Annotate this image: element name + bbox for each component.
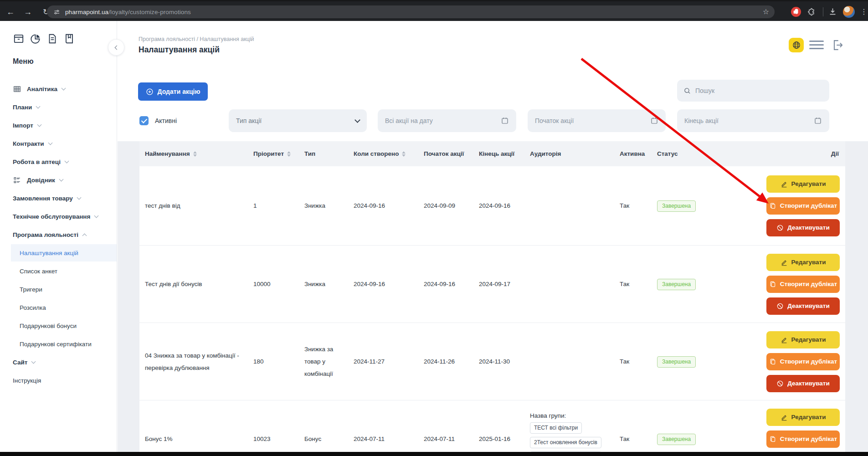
- cell-end: 2025-01-16: [473, 433, 524, 445]
- sidebar-item-top[interactable]: Імпорт: [0, 116, 117, 134]
- date-start-filter[interactable]: Початок акції: [528, 109, 666, 132]
- sidebar-item-label: Аналітика: [27, 86, 57, 92]
- date-all-filter[interactable]: Всі акції на дату: [378, 109, 516, 132]
- adblock-extension-icon[interactable]: [791, 6, 801, 17]
- sidebar-item-top[interactable]: Контракти: [0, 134, 117, 153]
- cell-actions: РедагуватиСтворити дублікатДеактивувати: [756, 254, 845, 315]
- duplicate-button[interactable]: Створити дублікат: [766, 276, 840, 293]
- book-icon[interactable]: [63, 33, 75, 45]
- audience-tag: ТЕСТ всі фільтри: [530, 422, 582, 434]
- sort-icon[interactable]: [402, 151, 406, 157]
- column-header: Кінець акції: [473, 150, 524, 157]
- screen: ← → ↻ pharmapoint.ua/loyalty/customize-p…: [0, 0, 868, 456]
- deactivate-button[interactable]: Деактивувати: [766, 375, 840, 392]
- sidebar-item-sub[interactable]: Подарункові сертифікати: [0, 335, 117, 353]
- sidebar-item-sub[interactable]: Тригери: [0, 280, 117, 298]
- chevron-down-icon: [31, 359, 36, 364]
- chevron-down-icon: [48, 140, 52, 145]
- browser-back-button[interactable]: ←: [4, 6, 17, 18]
- sidebar-item-label: Програма лояльності: [13, 231, 78, 238]
- browser-profile-avatar[interactable]: [843, 6, 855, 18]
- sidebar-item-top[interactable]: Замовлення товару: [0, 189, 117, 207]
- sidebar-item-top[interactable]: Довідник: [0, 171, 117, 189]
- copy-icon: [769, 281, 776, 288]
- sidebar-item-top[interactable]: Робота в аптеці: [0, 153, 117, 171]
- promotion-type-select[interactable]: Тип акції: [229, 109, 367, 132]
- document-icon[interactable]: [46, 33, 58, 45]
- search-field[interactable]: [677, 80, 829, 102]
- duplicate-button[interactable]: Створити дублікат: [766, 353, 840, 370]
- sidebar-item-top[interactable]: Сайт: [0, 353, 117, 371]
- cell-priority: 180: [248, 355, 299, 368]
- edit-button[interactable]: Редагувати: [766, 175, 840, 193]
- sidebar-item-label: Сайт: [13, 359, 27, 366]
- status-badge: Завершена: [657, 200, 696, 212]
- date-end-filter[interactable]: Кінець акції: [677, 109, 829, 132]
- cell-active: Так: [614, 200, 652, 212]
- cell-created: 2024-09-16: [348, 200, 418, 212]
- sort-icon[interactable]: [287, 151, 291, 157]
- audience-group-label: Назва групи:: [530, 412, 609, 420]
- edit-button[interactable]: Редагувати: [766, 254, 840, 271]
- duplicate-button[interactable]: Створити дублікат: [766, 430, 840, 448]
- downloads-icon[interactable]: [828, 7, 837, 18]
- cell-status: Завершена: [652, 355, 756, 368]
- pie-chart-icon[interactable]: [30, 33, 41, 45]
- deactivate-button[interactable]: Деактивувати: [766, 297, 840, 315]
- sidebar-item-sub[interactable]: Налаштування акцій: [0, 244, 117, 262]
- plus-circle-icon: [146, 88, 154, 96]
- status-badge: Завершена: [657, 434, 696, 445]
- hamburger-menu-icon[interactable]: [809, 41, 824, 49]
- sidebar-item-sub[interactable]: Розсилка: [0, 298, 117, 317]
- logout-icon[interactable]: [831, 38, 844, 54]
- bookmark-star-icon[interactable]: ☆: [763, 7, 769, 16]
- deactivate-button[interactable]: Деактивувати: [766, 219, 840, 236]
- search-input[interactable]: [695, 87, 823, 94]
- browser-menu-icon[interactable]: ⋮: [860, 6, 868, 17]
- cell-created: 2024-07-11: [348, 433, 418, 445]
- copy-icon: [769, 358, 776, 365]
- sidebar-item-top[interactable]: Плани: [0, 98, 117, 116]
- chevron-down-icon: [77, 195, 81, 200]
- sidebar-item-label: Інструкція: [13, 377, 41, 384]
- extensions-icon[interactable]: [807, 8, 816, 18]
- table-row: Бонус 1%10023Бонус2024-07-112024-07-1120…: [139, 400, 845, 452]
- duplicate-button[interactable]: Створити дублікат: [766, 197, 840, 215]
- table-header: НайменуванняПріоритетТипКоли створеноПоч…: [139, 141, 845, 166]
- edit-button[interactable]: Редагувати: [766, 331, 840, 348]
- column-header[interactable]: Коли створено: [348, 150, 418, 157]
- active-checkbox-label: Активні: [155, 117, 177, 124]
- sidebar-item-sub[interactable]: Список анкет: [0, 262, 117, 280]
- sidebar-item-top[interactable]: Інструкція: [0, 371, 117, 389]
- sidebar-item-label: Імпорт: [13, 122, 33, 129]
- browser-forward-button[interactable]: →: [21, 6, 35, 18]
- edit-button[interactable]: Редагувати: [766, 409, 840, 426]
- active-checkbox[interactable]: [139, 116, 149, 125]
- cell-end: 2024-09-17: [473, 278, 524, 290]
- site-settings-icon[interactable]: [53, 9, 60, 15]
- add-promotion-button[interactable]: Додати акцію: [138, 82, 208, 101]
- sidebar-item-top[interactable]: Аналітика: [0, 80, 117, 98]
- sort-icon[interactable]: [193, 151, 197, 157]
- archive-icon[interactable]: [13, 33, 25, 45]
- cell-start: 2024-09-16: [418, 278, 473, 290]
- sidebar-item-label: Робота в аптеці: [13, 159, 61, 165]
- sidebar-collapse-button[interactable]: [108, 39, 124, 56]
- search-icon: [683, 87, 691, 95]
- sidebar-item-top[interactable]: Технічне обслуговування: [0, 207, 117, 225]
- language-globe-button[interactable]: [789, 38, 804, 52]
- chevron-down-icon: [37, 122, 41, 127]
- column-header: Статус: [652, 150, 756, 157]
- sidebar-item-sub[interactable]: Подарункові бонуси: [0, 317, 117, 335]
- column-header[interactable]: Найменування: [139, 150, 248, 157]
- column-header: Дії: [756, 150, 845, 157]
- cell-start: 2024-09-09: [418, 200, 473, 212]
- cell-actions: РедагуватиСтворити дублікатДеактивувати: [756, 409, 845, 452]
- copy-icon: [769, 436, 776, 443]
- column-header[interactable]: Пріоритет: [248, 150, 299, 157]
- sidebar-item-label: Контракти: [13, 140, 44, 147]
- address-bar[interactable]: pharmapoint.ua/loyalty/customize-promoti…: [47, 5, 775, 18]
- sidebar-item-top[interactable]: Програма лояльності: [0, 225, 117, 244]
- copy-icon: [769, 202, 776, 210]
- active-filter: Активні: [139, 109, 177, 132]
